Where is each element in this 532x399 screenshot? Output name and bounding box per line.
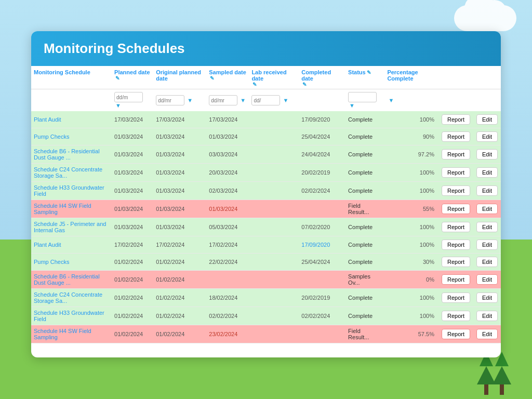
cell-pct: 100% [384,236,438,254]
edit-button[interactable]: Edit [476,274,498,285]
cell-planned: 01/02/2024 [112,254,153,271]
edit-button[interactable]: Edit [476,114,498,125]
report-button[interactable]: Report [442,274,470,285]
filter-pct[interactable]: ▼ [384,89,438,112]
filter-planned-input[interactable] [114,92,143,102]
report-button[interactable]: Report [442,114,470,125]
filter-btn2 [473,89,501,112]
filter-sampled-icon[interactable]: ▼ [240,97,246,103]
edit-button[interactable]: Edit [476,149,498,159]
filter-planned-icon[interactable]: ▼ [115,102,121,109]
cell-pct: 100% [384,182,438,200]
cell-edit[interactable]: Edit [473,218,501,236]
cell-lab [249,164,299,182]
filter-lab-icon[interactable]: ▼ [283,97,288,103]
report-button[interactable]: Report [442,204,470,214]
report-button[interactable]: Report [442,167,470,178]
cell-edit[interactable]: Edit [473,164,501,182]
cell-edit[interactable]: Edit [473,128,501,145]
cell-report[interactable]: Report [438,200,473,218]
cell-lab [249,307,299,325]
table-row: Schedule B6 - Residential Dust Gauge ...… [31,271,501,289]
report-button[interactable]: Report [442,240,470,250]
cell-lab [249,254,299,271]
cell-pct: 100% [384,164,438,182]
cell-completed: 02/02/2024 [299,307,345,325]
edit-button[interactable]: Edit [476,311,498,321]
filter-completed [299,89,345,112]
edit-button[interactable]: Edit [476,185,498,196]
cell-pct: 100% [384,307,438,325]
filter-original-icon[interactable]: ▼ [187,97,193,103]
filter-lab-input[interactable] [251,95,280,105]
filter-planned[interactable]: ▼ [112,89,153,112]
cell-edit[interactable]: Edit [473,307,501,325]
cell-sampled: 18/02/2024 [206,289,249,307]
table-row: Plant Audit 17/02/2024 17/02/2024 17/02/… [31,236,501,254]
cell-status: Complete [345,145,384,164]
edit-button[interactable]: Edit [476,167,498,178]
cell-edit[interactable]: Edit [473,182,501,200]
filter-status[interactable]: ▼ [345,89,384,112]
edit-button[interactable]: Edit [476,257,498,267]
table-row: Pump Checks 01/03/2024 01/03/2024 01/03/… [31,128,501,145]
edit-button[interactable]: Edit [476,329,498,339]
report-button[interactable]: Report [442,131,470,142]
cell-lab [249,218,299,236]
cell-completed [299,271,345,289]
report-button[interactable]: Report [442,185,470,196]
edit-button[interactable]: Edit [476,292,498,303]
cell-edit[interactable]: Edit [473,145,501,164]
table-body: Plant Audit 17/03/2024 17/03/2024 17/03/… [31,111,501,343]
cell-edit[interactable]: Edit [473,254,501,271]
cell-report[interactable]: Report [438,145,473,164]
cell-completed [299,200,345,218]
table-row: Schedule C24 Concentrate Storage Sa... 0… [31,289,501,307]
filter-original-input[interactable] [156,95,184,105]
cell-report[interactable]: Report [438,271,473,289]
edit-button[interactable]: Edit [476,131,498,142]
table-container[interactable]: Monitoring Schedule Planned date ✎ Origi… [31,66,501,356]
col-schedule: Monitoring Schedule [31,66,112,89]
col-actions [438,66,473,89]
report-button[interactable]: Report [442,222,470,232]
filter-original[interactable]: ▼ [153,89,206,112]
filter-sampled-input[interactable] [209,95,237,105]
cell-edit[interactable]: Edit [473,236,501,254]
edit-button[interactable]: Edit [476,204,498,214]
filter-status-input[interactable] [348,92,377,102]
cell-edit[interactable]: Edit [473,200,501,218]
edit-button[interactable]: Edit [476,222,498,232]
cell-report[interactable]: Report [438,182,473,200]
edit-button[interactable]: Edit [476,240,498,250]
report-button[interactable]: Report [442,311,470,321]
cell-status: Complete [345,254,384,271]
table-row: Schedule B6 - Residential Dust Gauge ...… [31,145,501,164]
cell-status: Complete [345,289,384,307]
cell-edit[interactable]: Edit [473,289,501,307]
cell-edit[interactable]: Edit [473,111,501,128]
cell-report[interactable]: Report [438,111,473,128]
filter-sampled[interactable]: ▼ [206,89,249,112]
cell-report[interactable]: Report [438,307,473,325]
cell-edit[interactable]: Edit [473,325,501,343]
report-button[interactable]: Report [442,149,470,159]
report-button[interactable]: Report [442,257,470,267]
cell-schedule: Schedule C24 Concentrate Storage Sa... [31,164,112,182]
cell-status: Complete [345,218,384,236]
cell-report[interactable]: Report [438,128,473,145]
report-button[interactable]: Report [442,292,470,303]
cell-report[interactable]: Report [438,325,473,343]
column-headers: Monitoring Schedule Planned date ✎ Origi… [31,66,501,89]
cell-report[interactable]: Report [438,218,473,236]
cell-report[interactable]: Report [438,289,473,307]
cell-edit[interactable]: Edit [473,271,501,289]
filter-status-icon[interactable]: ▼ [349,102,355,109]
cell-report[interactable]: Report [438,236,473,254]
filter-lab[interactable]: ▼ [249,89,299,112]
report-button[interactable]: Report [442,329,470,339]
cell-report[interactable]: Report [438,164,473,182]
cell-report[interactable]: Report [438,254,473,271]
filter-pct-icon[interactable]: ▼ [388,97,394,103]
cell-pct: 100% [384,218,438,236]
